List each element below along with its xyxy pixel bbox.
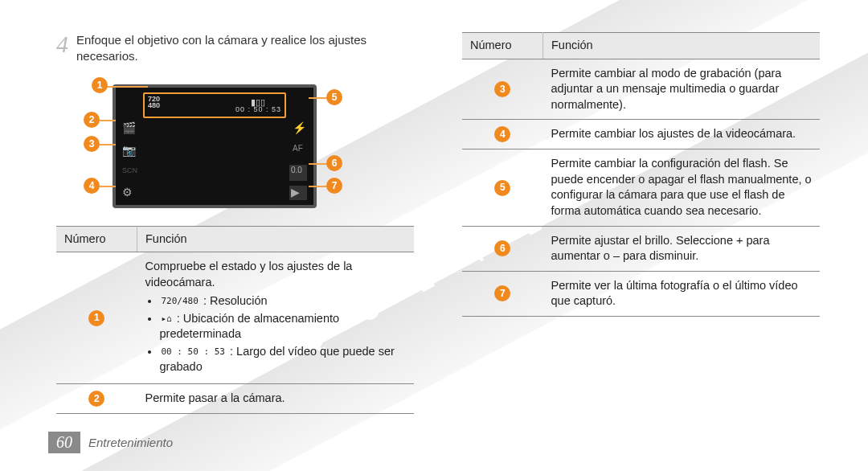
af-icon: AF [293,144,307,158]
th-fn: Función [137,226,415,252]
camera-diagram: 720480 ▮▯▯ 00 : 50 : 53 🎬 📷 SCN ⚙ ⚡ AF 0… [79,75,352,211]
callout-2: 2 [84,112,100,128]
table-row: 4 Permite cambiar los ajustes de la vide… [462,120,820,149]
bullet-text: : Ubicación de almacenamiento predetermi… [160,312,340,341]
row-text: Permite pasar a la cámara. [137,384,415,414]
table-row: 6 Permite ajustar el brillo. Seleccione … [462,226,820,271]
row-lead: Compruebe el estado y los ajustes de la … [145,259,407,290]
row-text: Permite ajustar el brillo. Seleccione + … [543,226,821,271]
callout-3: 3 [84,136,100,152]
th-fn: Función [543,33,821,59]
row-text: Permite cambiar al modo de grabación (pa… [543,59,821,120]
step-text: Enfoque el objetivo con la cámara y real… [76,32,414,65]
time-icon: 00 : 50 : 53 [160,346,227,358]
row-badge: 4 [494,126,510,142]
row-text: Permite ver la última fotografía o el úl… [543,271,821,316]
row-badge: 5 [494,180,510,196]
camera-switch-icon: 📷 [122,144,137,158]
table-row: 5 Permite cambiar la configuración del f… [462,149,820,226]
row-text: Permite cambiar los ajustes de la videoc… [543,120,821,149]
list-item: 720/480 : Resolución [160,293,407,309]
row-badge: 1 [88,310,104,326]
res-icon: 720/480 [160,296,200,308]
row-badge: 6 [494,240,510,256]
callout-7: 7 [326,178,342,194]
row-badge: 7 [494,285,510,301]
res-bot: 480 [148,101,160,109]
ev-icon: 0.0 [289,165,307,181]
page-footer: 60 Entretenimiento [48,432,173,453]
step-4: 4 Enfoque el objetivo con la cámara y re… [56,32,414,65]
scn-icon: SCN [122,166,137,181]
callout-1: 1 [92,77,108,93]
storage-icon: ▸⌂ [160,313,174,326]
table-row: 2 Permite pasar a la cámara. [56,384,414,414]
list-item: 00 : 50 : 53 : Largo del vídeo que puede… [160,344,407,375]
callout-4: 4 [84,178,100,194]
step-number: 4 [56,32,68,65]
section-name: Entretenimiento [88,436,173,449]
video-mode-icon: 🎬 [122,121,137,136]
table-row: 3 Permite cambiar al modo de grabación (… [462,59,820,120]
flash-icon: ⚡ [293,121,307,136]
gallery-icon: ▶ [289,186,307,200]
table-row: 7 Permite ver la última fotografía o el … [462,271,820,316]
right-legend-table: Número Función 3 Permite cambiar al modo… [462,32,820,317]
row-badge: 2 [88,391,104,407]
list-item: ▸⌂ : Ubicación de almacenamiento predete… [160,311,407,342]
bullet-text: : Resolución [200,294,268,307]
rec-time: 00 : 50 : 53 [235,105,281,113]
left-legend-table: Número Función 1 Compruebe el estado y l… [56,226,414,415]
page-number: 60 [48,432,80,453]
table-row: 1 Compruebe el estado y los ajustes de l… [56,252,414,384]
callout-5: 5 [326,89,342,105]
callout-6: 6 [326,155,342,171]
row-badge: 3 [494,81,510,97]
th-num: Número [56,226,137,252]
settings-icon: ⚙ [122,186,137,200]
th-num: Número [462,33,543,59]
row-text: Permite cambiar la configuración del fla… [543,149,821,226]
